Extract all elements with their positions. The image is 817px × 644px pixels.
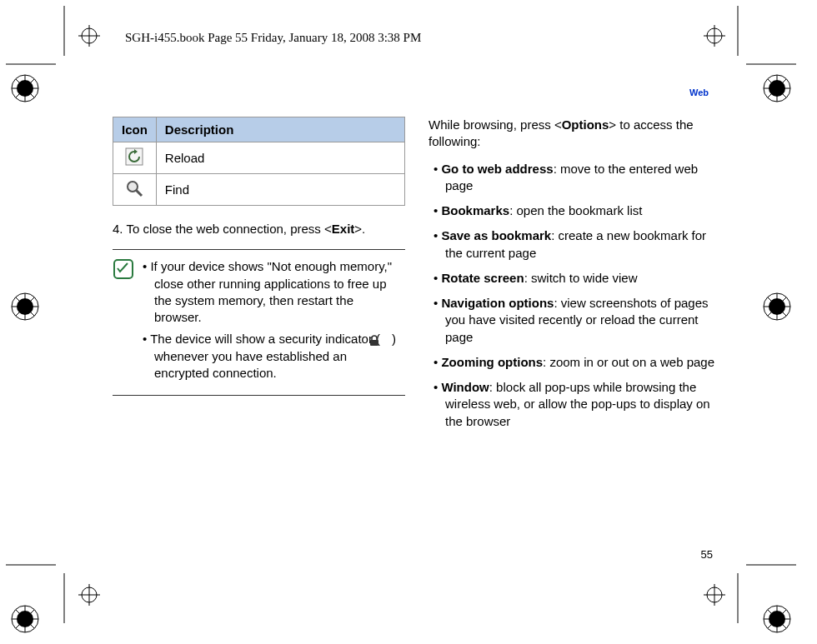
radial-mark-icon (762, 73, 792, 103)
table-row: Find (113, 174, 405, 206)
svg-line-16 (16, 79, 34, 97)
svg-line-33 (768, 79, 786, 97)
option-item: • Rotate screen: switch to wide view (429, 270, 721, 287)
svg-point-41 (769, 298, 785, 315)
radial-mark-icon (10, 604, 40, 634)
svg-point-35 (769, 80, 785, 97)
step-4-text: 4. To close the web connection, press <E… (113, 221, 405, 237)
table-cell-label: Reload (156, 142, 404, 174)
reload-icon (125, 147, 143, 166)
crosshair-icon (78, 584, 98, 604)
radial-mark-icon (762, 292, 792, 322)
crop-corner-icon (746, 564, 796, 579)
option-item: • Bookmarks: open the bookmark list (429, 202, 721, 219)
table-header-icon: Icon (113, 117, 157, 142)
svg-point-3 (707, 28, 722, 43)
radial-mark-icon (762, 604, 792, 634)
svg-point-30 (764, 75, 790, 102)
svg-line-27 (16, 610, 34, 628)
crop-corner-icon (6, 564, 56, 579)
note-box: • If your device shows "Not enough memor… (113, 249, 405, 396)
svg-point-23 (17, 298, 33, 315)
section-label: Web (689, 87, 709, 97)
table-cell-label: Find (156, 174, 404, 206)
crop-corner-icon (746, 50, 796, 65)
radial-mark-icon (10, 292, 40, 322)
svg-line-28 (16, 610, 34, 628)
svg-point-17 (17, 80, 33, 97)
crop-corner-icon (50, 6, 65, 56)
crop-corner-icon (50, 573, 65, 623)
svg-point-36 (764, 293, 790, 320)
svg-line-40 (768, 297, 786, 316)
right-column: While browsing, press <Options> to acces… (429, 117, 721, 438)
lock-icon (380, 334, 392, 346)
option-item: • Go to web address: move to the entered… (429, 161, 721, 195)
icon-table: Icon Description Reload Find (113, 117, 405, 206)
svg-point-18 (12, 293, 38, 320)
table-row: Reload (113, 142, 405, 174)
crop-corner-icon (737, 6, 752, 56)
svg-rect-60 (370, 340, 378, 346)
left-column: Icon Description Reload Find (113, 117, 405, 438)
svg-point-42 (764, 606, 790, 632)
svg-point-12 (12, 75, 38, 102)
find-icon (125, 179, 143, 197)
option-item: • Navigation options: view screenshots o… (429, 295, 721, 346)
option-item: • Save as bookmark: create a new bookmar… (429, 227, 721, 262)
crosshair-icon (704, 25, 724, 45)
svg-point-29 (17, 611, 33, 627)
svg-point-9 (707, 587, 722, 602)
crop-corner-icon (737, 573, 752, 623)
svg-line-15 (16, 79, 34, 97)
crosshair-icon (78, 25, 98, 45)
note-item-2: • The device will show a security indica… (143, 331, 402, 382)
page-number: 55 (701, 548, 713, 561)
svg-line-22 (16, 297, 34, 316)
svg-point-0 (82, 28, 97, 43)
crop-corner-icon (6, 50, 56, 65)
svg-line-34 (768, 79, 786, 97)
svg-line-46 (768, 610, 786, 628)
svg-line-45 (768, 610, 786, 628)
crosshair-icon (704, 584, 724, 604)
svg-point-24 (12, 606, 38, 632)
svg-line-21 (16, 297, 34, 316)
options-intro: While browsing, press <Options> to acces… (429, 117, 721, 151)
svg-point-47 (769, 611, 785, 627)
svg-line-58 (136, 190, 142, 196)
svg-point-6 (82, 587, 97, 602)
radial-mark-icon (10, 73, 40, 103)
note-icon (113, 258, 136, 387)
option-item: • Zooming options: zoom in or out on a w… (429, 354, 721, 371)
table-header-desc: Description (156, 117, 404, 142)
svg-line-39 (768, 297, 786, 316)
option-item: • Window: block all pop-ups while browsi… (429, 379, 721, 430)
note-item-1: • If your device shows "Not enough memor… (143, 258, 402, 326)
page-header-text: SGH-i455.book Page 55 Friday, January 18… (125, 31, 421, 45)
